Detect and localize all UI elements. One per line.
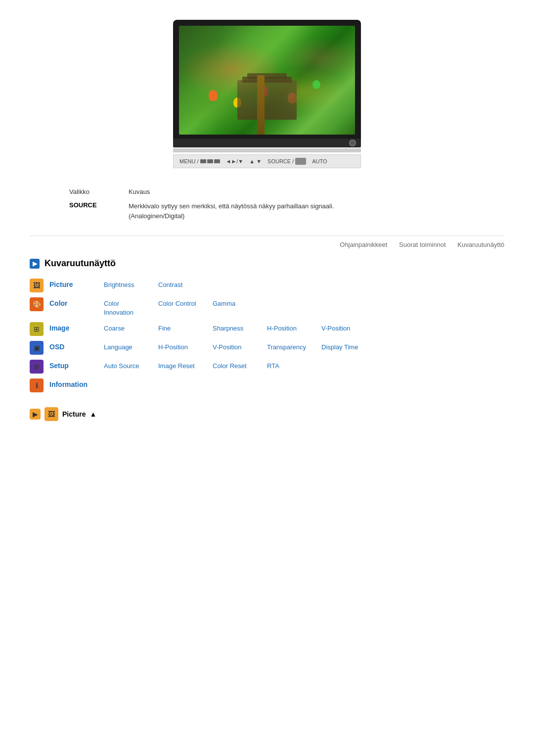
- menu-row-color: 🎨 Color ColorInnovation Color Control Ga…: [30, 297, 504, 317]
- picture-contrast[interactable]: Contrast: [158, 279, 213, 289]
- bottom-nav-text: Picture: [62, 410, 86, 418]
- information-name[interactable]: Information: [49, 378, 104, 388]
- source-desc: Merkkivalo syttyy sen merkiksi, että näy…: [129, 201, 334, 221]
- color-name[interactable]: Color: [49, 297, 104, 307]
- info-header: Valikko Kuvaus: [69, 188, 415, 195]
- menu-control: MENU /: [179, 158, 220, 164]
- brightness-control: ◄►/▼: [226, 158, 244, 164]
- color-items: ColorInnovation Color Control Gamma: [104, 297, 504, 317]
- bottom-nav-arrow: ▲: [89, 410, 96, 418]
- nav-links: Ohjainpainikkeet Suorat toiminnot Kuvaru…: [30, 236, 504, 248]
- color-icon: 🎨: [30, 297, 44, 311]
- image-items: Coarse Fine Sharpness H-Position V-Posit…: [104, 322, 504, 333]
- picture-brightness[interactable]: Brightness: [104, 279, 158, 289]
- monitor-stand: [173, 148, 361, 152]
- picture-items: Brightness Contrast: [104, 279, 504, 289]
- bottom-nav: ▶ 🖼 Picture ▲: [30, 407, 504, 421]
- setup-name[interactable]: Setup: [49, 360, 104, 370]
- image-coarse[interactable]: Coarse: [104, 322, 158, 333]
- main-section: ▶ Kuvaruutunäyttö 🖼 Picture Brightness C…: [30, 258, 504, 421]
- menu-label: MENU /: [179, 158, 199, 164]
- menu-row-information: ℹ Information: [30, 378, 504, 392]
- setup-items: Auto Source Image Reset Color Reset RTA: [104, 360, 504, 371]
- monitor-base: [173, 139, 361, 147]
- color-innovation[interactable]: ColorInnovation: [104, 297, 158, 317]
- image-hposition[interactable]: H-Position: [267, 322, 321, 333]
- brightness-label: ◄►/▼: [226, 158, 244, 164]
- source-label: SOURCE /: [267, 158, 294, 164]
- osd-icon-col: ▣: [30, 341, 49, 355]
- picture-icon: 🖼: [30, 279, 44, 292]
- section-heading: Kuvaruutunäyttö: [44, 258, 116, 269]
- nav-ohjain[interactable]: Ohjainpainikkeet: [340, 241, 387, 248]
- menu-row-osd: ▣ OSD Language H-Position V-Position Tra…: [30, 341, 504, 355]
- setup-rta[interactable]: RTA: [267, 360, 321, 371]
- nav-suorat[interactable]: Suorat toiminnot: [399, 241, 446, 248]
- info-icon-col: ℹ: [30, 378, 49, 392]
- image-sharpness[interactable]: Sharpness: [213, 322, 267, 333]
- auto-label: AUTO: [312, 158, 327, 164]
- image-name[interactable]: Image: [49, 322, 104, 332]
- color-icon-col: 🎨: [30, 297, 49, 311]
- monitor-screen: [179, 26, 355, 135]
- osd-icon: ▣: [30, 341, 44, 355]
- monitor-body: [173, 20, 361, 139]
- nav-kuva[interactable]: Kuvaruutunäyttö: [457, 241, 504, 248]
- source-control: SOURCE /: [267, 158, 306, 165]
- osd-name[interactable]: OSD: [49, 341, 104, 351]
- menu-row-image: ⊞ Image Coarse Fine Sharpness H-Position…: [30, 322, 504, 336]
- bottom-nav-picture-icon: ▶: [30, 409, 41, 420]
- section-icon: ▶: [30, 259, 40, 269]
- info-table: Valikko Kuvaus SOURCE Merkkivalo syttyy …: [69, 188, 415, 221]
- info-icon: ℹ: [30, 378, 44, 392]
- info-row-source: SOURCE Merkkivalo syttyy sen merkiksi, e…: [69, 201, 415, 221]
- image-icon-col: ⊞: [30, 322, 49, 336]
- menu-row-picture: 🖼 Picture Brightness Contrast: [30, 279, 504, 292]
- image-icon: ⊞: [30, 322, 44, 336]
- osd-transparency[interactable]: Transparency: [267, 341, 321, 352]
- osd-displaytime[interactable]: Display Time: [321, 341, 376, 352]
- setup-icon-col: ⊞: [30, 360, 49, 374]
- position-label: ▲ ▼: [249, 158, 262, 164]
- menu-table: 🖼 Picture Brightness Contrast 🎨 Color: [30, 279, 504, 392]
- power-indicator: [349, 140, 356, 146]
- auto-control: AUTO: [312, 158, 327, 164]
- setup-imagereset[interactable]: Image Reset: [158, 360, 213, 371]
- header-desc: Kuvaus: [129, 188, 150, 195]
- color-control[interactable]: Color Control: [158, 297, 213, 317]
- position-control: ▲ ▼: [249, 158, 262, 164]
- section-title: ▶ Kuvaruutunäyttö: [30, 258, 504, 269]
- menu-row-setup: ⊞ Setup Auto Source Image Reset Color Re…: [30, 360, 504, 374]
- header-menu: Valikko: [69, 188, 129, 195]
- monitor-section: MENU / ◄►/▼ ▲ ▼ SOURCE / AUTO: [30, 20, 504, 168]
- osd-vposition[interactable]: V-Position: [213, 341, 267, 352]
- setup-autosource[interactable]: Auto Source: [104, 360, 158, 371]
- setup-icon: ⊞: [30, 360, 44, 374]
- info-section: Valikko Kuvaus SOURCE Merkkivalo syttyy …: [69, 188, 504, 221]
- osd-language[interactable]: Language: [104, 341, 158, 352]
- image-fine[interactable]: Fine: [158, 322, 213, 333]
- picture-name[interactable]: Picture: [49, 279, 104, 288]
- color-gamma[interactable]: Gamma: [213, 297, 267, 317]
- image-vposition[interactable]: V-Position: [321, 322, 376, 333]
- setup-colorreset[interactable]: Color Reset: [213, 360, 267, 371]
- osd-hposition[interactable]: H-Position: [158, 341, 213, 352]
- osd-items: Language H-Position V-Position Transpare…: [104, 341, 504, 352]
- bottom-nav-icon2: 🖼: [44, 407, 58, 421]
- picture-icon-col: 🖼: [30, 279, 49, 292]
- control-bar: MENU / ◄►/▼ ▲ ▼ SOURCE / AUTO: [173, 154, 361, 168]
- source-menu-label: SOURCE: [69, 201, 129, 209]
